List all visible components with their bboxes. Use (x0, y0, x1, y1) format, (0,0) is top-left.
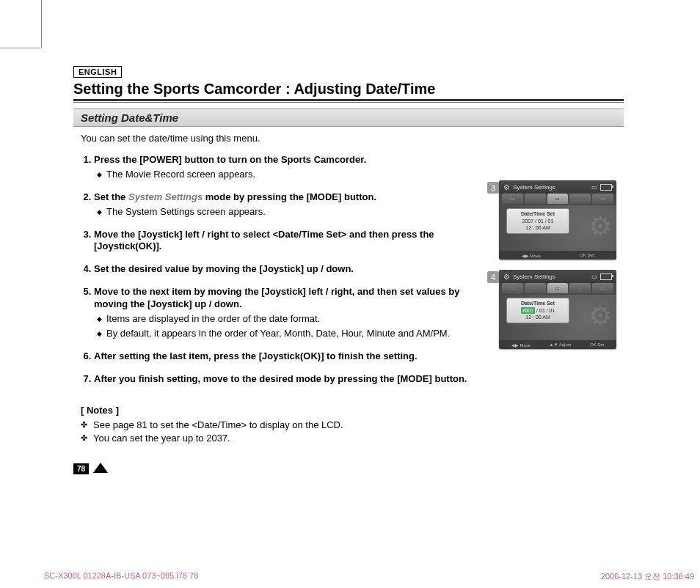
step-text: Press the [POWER] button to turn on the … (94, 154, 366, 165)
lcd-footer: ◀▶ Move OK Set (499, 251, 616, 260)
step-sub: By default, it appears in the order of Y… (97, 328, 480, 340)
manual-page: ENGLISH Setting the Sports Camcorder : A… (73, 66, 624, 476)
hint-move: Move (519, 343, 531, 348)
step-text: Move to the next item by moving the [Joy… (94, 286, 459, 309)
note-item: See page 81 to set the <Date/Time> to di… (81, 419, 480, 432)
battery-icon (600, 273, 612, 280)
footer-filename: SC-X300L 01228A-IB-USA 073~095.i78 78 (44, 571, 198, 582)
panel-date: 2007 / 01 / 01 (507, 218, 569, 224)
steps-list: Press the [POWER] button to turn on the … (73, 154, 480, 386)
hint-move: Move (530, 254, 541, 258)
step-1: Press the [POWER] button to turn on the … (94, 154, 480, 181)
lcd-screen: ⚙ System Settings ▭ ▭ · ▭ · ▭ ⚙ (499, 270, 616, 349)
page-number-badge: 78 (73, 463, 103, 476)
gear-watermark-icon: ⚙ (588, 301, 612, 331)
lcd-screen: ⚙ System Settings ▭ ▭ · ▭ · ▭ ⚙ (499, 180, 616, 260)
hint-set: OK Set (590, 342, 604, 347)
lcd-tab: · (525, 194, 546, 204)
step-text: Set the System Settings mode by pressing… (94, 191, 376, 202)
step-6: After setting the last item, press the [… (94, 350, 480, 363)
hint-set: OK Set (580, 253, 594, 257)
panel-date: 2007 / 01 / 01 (507, 307, 569, 314)
step-text: Set the desired value by moving the [Joy… (94, 263, 354, 274)
lcd-tab: · (569, 194, 591, 204)
crop-mark-left (41, 0, 42, 48)
lcd-footer: ◀▶ Move ▲▼ Adjust OK Set (499, 340, 616, 349)
step-sub: Items are displayed in the order of the … (97, 313, 480, 326)
date-time-panel: Date/Time Set 2007 / 01 / 01 12 : 00 AM (506, 298, 569, 323)
lcd-header-title: System Settings (513, 273, 555, 280)
lcd-header-title: System Settings (513, 184, 555, 191)
panel-time: 12 : 00 AM (507, 314, 569, 320)
step-4: Set the desired value by moving the [Joy… (94, 263, 480, 276)
card-icon: ▭ (591, 273, 597, 280)
lcd-screenshot-3: 3 ⚙ System Settings ▭ ▭ · ▭ · ▭ (492, 180, 618, 260)
step-7: After you finish setting, move to the de… (94, 373, 480, 386)
card-icon: ▭ (591, 184, 597, 191)
screenshot-number: 4 (487, 271, 499, 283)
note-item: You can set the year up to 2037. (81, 432, 480, 445)
lcd-tab: ▭ (502, 194, 523, 204)
lcd-header: ⚙ System Settings ▭ (499, 180, 616, 194)
lcd-tab: · (569, 283, 591, 293)
date-time-panel: Date/Time Set 2007 / 01 / 01 12 : 00 AM (506, 208, 569, 234)
step-3: Move the [Joystick] left / right to sele… (94, 229, 480, 254)
instructions-column: Press the [POWER] button to turn on the … (73, 154, 480, 476)
gear-icon: ⚙ (503, 273, 510, 281)
step-text: After setting the last item, press the [… (94, 350, 418, 361)
triangle-icon (93, 463, 108, 473)
lcd-tab: · (525, 283, 546, 293)
page-title: Setting the Sports Camcorder : Adjusting… (73, 81, 624, 98)
divider-thin (73, 102, 624, 103)
footer-timestamp: 2006-12-13 오전 10:38:49 (601, 571, 694, 582)
step-sub: The System Settings screen appears. (97, 206, 480, 218)
lcd-tab: ▭ (592, 194, 613, 204)
step-text: Move the [Joystick] left / right to sele… (94, 229, 434, 252)
lcd-tab: ▭ (502, 283, 523, 293)
lcd-tab-active: ▭ (547, 283, 569, 293)
intro-text: You can set the date/time using this men… (81, 133, 624, 144)
step-2: Set the System Settings mode by pressing… (94, 191, 480, 218)
step-text: After you finish setting, move to the de… (94, 373, 467, 384)
panel-time: 12 : 00 AM (507, 224, 569, 231)
page-number: 78 (73, 463, 89, 474)
lcd-tab: ▭ (592, 283, 613, 293)
emphasis: System Settings (128, 191, 203, 202)
crop-mark-top (0, 48, 41, 48)
lcd-tab-row: ▭ · ▭ · ▭ (499, 283, 616, 295)
lcd-tab-active: ▭ (547, 194, 569, 204)
print-footer: SC-X300L 01228A-IB-USA 073~095.i78 78 20… (44, 571, 700, 582)
battery-icon (600, 184, 612, 191)
lcd-header: ⚙ System Settings ▭ (499, 270, 616, 283)
section-subhead: Setting Date&Time (73, 109, 624, 127)
step-5: Move to the next item by moving the [Joy… (94, 286, 480, 340)
lcd-tab-row: ▭ · ▭ · ▭ (499, 194, 616, 205)
step-sub: The Movie Record screen appears. (97, 169, 480, 181)
year-highlight: 2007 (521, 307, 536, 314)
notes-heading: [ Notes ] (81, 405, 480, 416)
gear-icon: ⚙ (503, 183, 510, 191)
lcd-screenshot-4: 4 ⚙ System Settings ▭ ▭ · ▭ · ▭ (492, 270, 618, 349)
panel-title: Date/Time Set (507, 210, 569, 217)
screenshots-column: 3 ⚙ System Settings ▭ ▭ · ▭ · ▭ (492, 154, 624, 476)
hint-adjust: Adjust (559, 342, 572, 347)
screenshot-number: 3 (487, 182, 499, 194)
gear-watermark-icon: ⚙ (588, 211, 612, 242)
panel-title: Date/Time Set (507, 300, 569, 306)
language-badge: ENGLISH (73, 66, 122, 78)
divider-thick (73, 99, 624, 101)
